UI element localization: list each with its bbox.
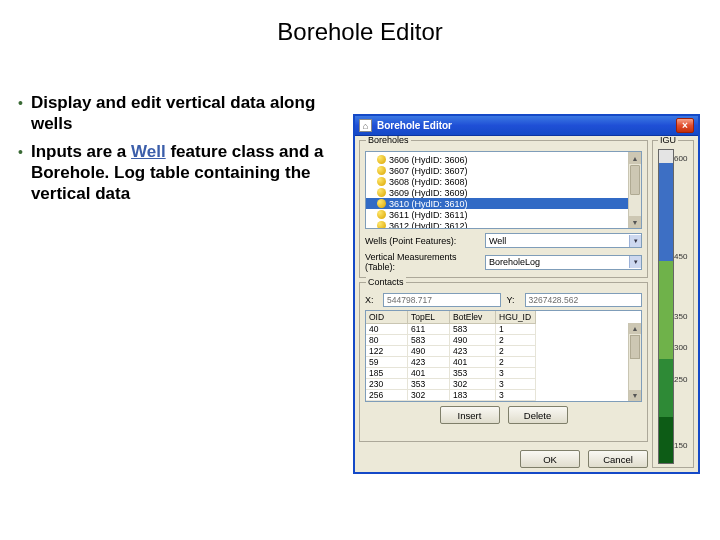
table-cell: 583 xyxy=(450,324,496,335)
group-label: Contacts xyxy=(366,277,406,287)
igu-bar xyxy=(658,149,674,464)
table-cell: 302 xyxy=(408,390,450,401)
chevron-down-icon[interactable]: ▾ xyxy=(629,235,641,247)
grid-scrollbar[interactable]: ▲ ▼ xyxy=(628,323,641,401)
igu-tick: 250 xyxy=(674,374,687,383)
table-cell: 490 xyxy=(408,346,450,357)
x-label: X: xyxy=(365,295,377,305)
group-label: IGU xyxy=(658,136,678,145)
node-icon xyxy=(377,155,386,164)
scroll-up-icon[interactable]: ▲ xyxy=(629,152,641,164)
chevron-down-icon[interactable]: ▾ xyxy=(629,256,641,268)
column-header[interactable]: HGU_ID xyxy=(496,311,536,324)
wells-value: Well xyxy=(489,236,506,246)
borehole-editor-window: ⌂ Borehole Editor × Boreholes 3606 (HydI… xyxy=(353,114,700,474)
contacts-group: Contacts X: 544798.717 Y: 3267428.562 OI… xyxy=(359,282,648,442)
column-header[interactable]: TopEL xyxy=(408,311,450,324)
window-title: Borehole Editor xyxy=(377,120,676,131)
x-value: 544798.717 xyxy=(383,293,501,307)
table-cell: 185 xyxy=(366,368,408,379)
table-cell: 183 xyxy=(450,390,496,401)
scroll-thumb[interactable] xyxy=(630,165,640,195)
table-cell: 230 xyxy=(366,379,408,390)
table-row[interactable]: 805834902 xyxy=(366,335,641,346)
table-cell: 3 xyxy=(496,368,536,379)
igu-segment xyxy=(659,417,673,463)
table-row[interactable]: 1224904232 xyxy=(366,346,641,357)
y-label: Y: xyxy=(507,295,519,305)
tree-item[interactable]: 3610 (HydID: 3610) xyxy=(366,198,641,209)
node-icon xyxy=(377,221,386,229)
igu-tick: 150 xyxy=(674,441,687,450)
well-link: Well xyxy=(131,142,166,161)
ok-button[interactable]: OK xyxy=(520,450,580,468)
tree-item[interactable]: 3611 (HydID: 3611) xyxy=(366,209,641,220)
igu-tick: 350 xyxy=(674,311,687,320)
contacts-grid[interactable]: OIDTopELBotElevHGU_ID 406115831805834902… xyxy=(365,310,642,402)
table-cell: 3 xyxy=(496,379,536,390)
vmeas-label: Vertical Measurements (Table): xyxy=(365,252,485,272)
wells-combo[interactable]: Well ▾ xyxy=(485,233,642,248)
bullet-text: Inputs are a Well feature class and a Bo… xyxy=(31,141,348,205)
node-icon xyxy=(377,188,386,197)
vmeas-value: BoreholeLog xyxy=(489,257,540,267)
bullet-icon: • xyxy=(18,95,23,113)
table-cell: 583 xyxy=(408,335,450,346)
table-cell: 40 xyxy=(366,324,408,335)
borehole-tree[interactable]: 3606 (HydID: 3606)3607 (HydID: 3607)3608… xyxy=(365,151,642,229)
igu-tick: 300 xyxy=(674,343,687,352)
table-cell: 353 xyxy=(450,368,496,379)
delete-button[interactable]: Delete xyxy=(508,406,568,424)
table-cell: 2 xyxy=(496,335,536,346)
tree-item[interactable]: 3607 (HydID: 3607) xyxy=(366,165,641,176)
table-cell: 2 xyxy=(496,357,536,368)
scroll-thumb[interactable] xyxy=(630,335,640,359)
scroll-down-icon[interactable]: ▼ xyxy=(629,216,641,228)
table-cell: 80 xyxy=(366,335,408,346)
igu-segment xyxy=(659,261,673,359)
table-row[interactable]: 2563021833 xyxy=(366,390,641,401)
scroll-down-icon[interactable]: ▼ xyxy=(629,390,641,401)
tree-item[interactable]: 3612 (HydID: 3612) xyxy=(366,220,641,229)
column-header[interactable]: OID xyxy=(366,311,408,324)
scroll-up-icon[interactable]: ▲ xyxy=(629,323,641,334)
table-row[interactable]: 406115831 xyxy=(366,324,641,335)
node-icon xyxy=(377,199,386,208)
cancel-button[interactable]: Cancel xyxy=(588,450,648,468)
igu-segment xyxy=(659,359,673,418)
wells-label: Wells (Point Features): xyxy=(365,236,485,246)
tree-item-label: 3612 (HydID: 3612) xyxy=(389,221,468,230)
table-row[interactable]: 2303533023 xyxy=(366,379,641,390)
bullet-text: Display and edit vertical data along wel… xyxy=(31,92,348,135)
table-cell: 1 xyxy=(496,324,536,335)
table-row[interactable]: 1854013533 xyxy=(366,368,641,379)
tree-item[interactable]: 3606 (HydID: 3606) xyxy=(366,154,641,165)
insert-button[interactable]: Insert xyxy=(440,406,500,424)
tree-item[interactable]: 3608 (HydID: 3608) xyxy=(366,176,641,187)
close-button[interactable]: × xyxy=(676,118,694,133)
titlebar[interactable]: ⌂ Borehole Editor × xyxy=(355,116,698,136)
table-cell: 302 xyxy=(450,379,496,390)
tree-item[interactable]: 3609 (HydID: 3609) xyxy=(366,187,641,198)
group-label: Boreholes xyxy=(366,136,411,145)
boreholes-group: Boreholes 3606 (HydID: 3606)3607 (HydID:… xyxy=(359,140,648,278)
table-cell: 3 xyxy=(496,390,536,401)
column-header[interactable]: BotElev xyxy=(450,311,496,324)
table-cell: 122 xyxy=(366,346,408,357)
bullet-item: • Inputs are a Well feature class and a … xyxy=(18,141,348,205)
tree-scrollbar[interactable]: ▲▼ xyxy=(628,152,641,228)
table-cell: 423 xyxy=(450,346,496,357)
node-icon xyxy=(377,177,386,186)
y-value: 3267428.562 xyxy=(525,293,643,307)
igu-tick: 450 xyxy=(674,252,687,261)
igu-ticks: 600450350300250150 xyxy=(674,149,690,464)
table-row[interactable]: 594234012 xyxy=(366,357,641,368)
bullet-icon: • xyxy=(18,144,23,162)
slide-title: Borehole Editor xyxy=(0,18,720,46)
app-icon: ⌂ xyxy=(359,119,372,132)
vmeas-combo[interactable]: BoreholeLog ▾ xyxy=(485,255,642,270)
table-cell: 490 xyxy=(450,335,496,346)
table-cell: 401 xyxy=(450,357,496,368)
table-cell: 353 xyxy=(408,379,450,390)
igu-group: IGU 600450350300250150 xyxy=(652,140,694,468)
